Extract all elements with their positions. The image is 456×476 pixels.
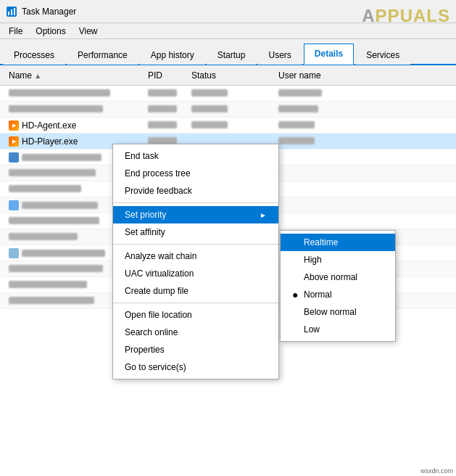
row-username (278, 104, 387, 115)
branding: APPUALS (362, 6, 450, 26)
table-row[interactable] (0, 102, 456, 118)
svg-rect-2 (11, 9, 12, 15)
row-username (278, 136, 387, 147)
ctx-go-to-services[interactable]: Go to service(s) (113, 358, 278, 376)
menu-options[interactable]: Options (30, 25, 71, 38)
table-row[interactable]: ▶ HD-Agent.exe (0, 118, 456, 134)
tab-performance[interactable]: Performance (67, 45, 138, 65)
row-pid (148, 89, 191, 99)
watermark: wsxdn.com (420, 467, 453, 475)
ctx-open-file-location[interactable]: Open file location (113, 306, 278, 324)
sub-item-normal[interactable]: ● Normal (281, 286, 395, 303)
ctx-set-affinity[interactable]: Set affinity (113, 223, 278, 241)
svg-rect-1 (8, 12, 9, 15)
row-name (3, 104, 148, 115)
tabs-bar: Processes Performance App history Startu… (0, 39, 456, 65)
tab-startup[interactable]: Startup (207, 45, 257, 65)
sub-item-realtime[interactable]: Realtime (281, 234, 395, 251)
tab-users[interactable]: Users (257, 45, 302, 65)
row-status (191, 104, 278, 115)
hd-agent-icon: ▶ (9, 120, 19, 131)
ctx-properties[interactable]: Properties (113, 341, 278, 358)
sort-arrow: ▲ (34, 72, 41, 80)
svg-rect-3 (14, 8, 15, 15)
row-status (191, 89, 278, 99)
ctx-analyze-wait-chain[interactable]: Analyze wait chain (113, 247, 278, 265)
hd-player-icon: ▶ (9, 136, 19, 147)
col-header-status[interactable]: Status (191, 70, 278, 81)
tab-app-history[interactable]: App history (140, 45, 205, 65)
sub-item-above-normal[interactable]: Above normal (281, 268, 395, 286)
sub-item-low[interactable]: Low (281, 321, 395, 338)
table-row[interactable] (0, 86, 456, 102)
tab-processes[interactable]: Processes (3, 45, 65, 65)
submenu-arrow-icon: ► (260, 211, 267, 219)
ctx-uac-virtualization[interactable]: UAC virtualization (113, 265, 278, 282)
ctx-provide-feedback[interactable]: Provide feedback (113, 182, 278, 200)
row-pid (148, 104, 191, 115)
table-header: Name ▲ PID Status User name (0, 65, 456, 86)
tab-details[interactable]: Details (304, 44, 354, 65)
ctx-search-online[interactable]: Search online (113, 324, 278, 341)
ctx-separator-1 (113, 202, 278, 203)
ctx-end-task[interactable]: End task (113, 147, 278, 165)
menu-view[interactable]: View (73, 25, 104, 38)
tab-services[interactable]: Services (355, 45, 410, 65)
row-username (278, 120, 387, 131)
col-header-pid[interactable]: PID (148, 70, 191, 81)
title-bar-icon (6, 6, 17, 17)
context-menu: End task End process tree Provide feedba… (112, 144, 279, 379)
row-pid (148, 120, 191, 131)
ctx-create-dump-file[interactable]: Create dump file (113, 282, 278, 300)
ctx-separator-3 (113, 303, 278, 303)
ctx-set-priority[interactable]: Set priority ► (113, 206, 278, 223)
col-header-username[interactable]: User name (278, 70, 387, 81)
title-bar-text: Task Manager (22, 7, 76, 17)
ctx-end-process-tree[interactable]: End process tree (113, 165, 278, 182)
col-header-name[interactable]: Name ▲ (3, 70, 148, 81)
sub-menu-priority: Realtime High Above normal ● Normal Belo… (280, 230, 396, 342)
row-name: ▶ HD-Agent.exe (3, 120, 148, 131)
row-status (191, 120, 278, 131)
sub-item-high[interactable]: High (281, 251, 395, 268)
sub-item-below-normal[interactable]: Below normal (281, 303, 395, 321)
menu-file[interactable]: File (3, 25, 28, 38)
ctx-separator-2 (113, 244, 278, 245)
row-name (3, 89, 148, 99)
row-username (278, 89, 387, 99)
